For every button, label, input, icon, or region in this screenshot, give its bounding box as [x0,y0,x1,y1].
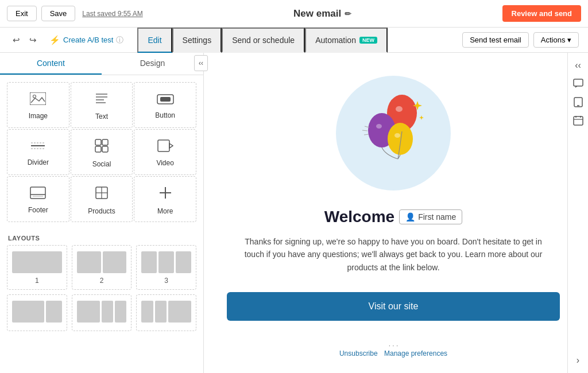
tab-settings[interactable]: Settings [172,28,222,53]
panel-tab-design[interactable]: Design [102,53,203,75]
last-saved-timestamp: Last saved 9:55 AM [82,10,142,18]
button-icon [157,93,174,108]
svg-line-32 [362,130,368,131]
svg-line-33 [364,134,369,135]
send-test-email-button[interactable]: Send test email [462,32,529,48]
social-icon [94,138,109,157]
footer-dots: · · · [389,341,399,349]
element-divider[interactable]: Divider [7,129,69,175]
layout-2-label: 2 [100,277,104,285]
layout-3-preview [141,251,191,273]
email-hero [204,53,567,202]
nav-tabs: Edit Settings Send or schedule Automatio… [137,28,462,53]
panel-tabs: Content Design [0,53,203,75]
element-footer[interactable]: Footer [7,176,69,222]
layout-3-col[interactable]: 3 [136,245,196,290]
social-label: Social [92,160,111,168]
divider-label: Divider [28,158,49,166]
element-text[interactable]: Text [71,82,133,128]
balloon-circle [336,76,451,191]
actions-button[interactable]: Actions ▾ [533,32,579,48]
collapse-panel-button[interactable]: ‹‹ [194,55,208,71]
layout-wide-narrow[interactable] [7,294,67,331]
products-label: Products [88,207,115,215]
element-more[interactable]: More [134,176,196,222]
ab-test-icon: ⚡ [49,35,60,45]
image-icon [30,92,46,108]
image-label: Image [29,112,48,120]
email-body-text: Thanks for signing up, we're so happy to… [204,226,567,283]
layout-narrow-wide[interactable] [136,294,196,331]
layout-3-label: 3 [164,277,168,285]
divider-icon [30,140,46,155]
welcome-heading: Welcome [324,208,394,226]
svg-rect-0 [30,92,46,105]
more-label: More [157,207,173,215]
email-footer: · · · Unsubscribe Manage preferences [204,335,567,364]
panel-tab-content[interactable]: Content [0,53,102,75]
svg-rect-17 [30,187,45,199]
left-panel: Content Design Image Text But [0,53,204,373]
tab-automation[interactable]: Automation NEW [305,28,388,53]
button-label: Button [155,111,175,119]
element-image[interactable]: Image [7,82,69,128]
layout-1-col[interactable]: 1 [7,245,67,290]
balloon-illustration [353,87,434,179]
video-icon [157,139,173,156]
element-video[interactable]: Video [134,129,196,175]
tab-edit[interactable]: Edit [137,28,172,53]
manage-preferences-link[interactable]: Manage preferences [384,349,447,358]
tab-send-or-schedule[interactable]: Send or schedule [222,28,305,53]
elements-grid: Image Text Button Divider [0,75,203,229]
layout-2-col[interactable]: 2 [72,245,132,290]
unsubscribe-link[interactable]: Unsubscribe [339,349,378,358]
exit-button[interactable]: Exit [7,6,37,21]
edit-title-icon[interactable]: ✏ [345,9,351,18]
layout-1-preview [12,251,62,273]
layout-wide-2narrow[interactable] [72,294,132,331]
svg-rect-37 [574,116,583,125]
email-preview-content: Welcome 👤 First name Thanks for signing … [204,53,567,373]
right-toolbar-expand-button[interactable]: › [570,352,586,368]
text-icon [94,92,109,109]
nav-bar: ↩ ↪ ⚡ Create A/B test ⓘ Edit Settings Se… [0,28,588,53]
element-social[interactable]: Social [71,129,133,175]
footer-icon [30,187,46,203]
svg-rect-7 [160,97,171,102]
footer-label: Footer [28,206,48,214]
right-toolbar-collapse-button[interactable]: ‹‹ [570,57,586,73]
svg-rect-13 [95,146,101,152]
svg-point-1 [33,95,36,98]
layout-wide-narrow-preview [12,301,62,323]
element-products[interactable]: Products [71,176,133,222]
element-button[interactable]: Button [134,82,196,128]
review-and-send-button[interactable]: Review and send [502,5,581,22]
top-bar: Exit Save Last saved 9:55 AM New email ✏… [0,0,588,28]
right-toolbar-calendar-icon[interactable] [570,112,586,129]
svg-rect-14 [102,146,108,152]
svg-rect-12 [102,139,108,145]
text-label: Text [95,112,108,121]
email-cta-section: Visit our site [227,292,560,321]
main-layout: Content Design Image Text But [0,53,588,373]
firstname-label: First name [418,212,456,222]
layout-1-label: 1 [35,277,39,285]
layouts-section-title: LAYOUTS [0,229,203,245]
svg-point-30 [394,133,400,138]
visit-site-button[interactable]: Visit our site [227,292,560,321]
automation-new-badge: NEW [359,37,377,44]
right-toolbar-device-icon[interactable] [570,94,586,110]
redo-button[interactable]: ↪ [26,33,40,48]
email-welcome-section: Welcome 👤 First name [204,202,567,226]
right-toolbar-chat-icon[interactable] [570,76,586,92]
svg-point-26 [396,106,403,112]
person-icon: 👤 [405,212,415,222]
svg-point-29 [388,123,413,155]
layouts-grid: 1 2 3 [0,245,203,338]
save-button[interactable]: Save [41,6,76,21]
undo-button[interactable]: ↩ [9,33,24,48]
firstname-personalization-badge[interactable]: 👤 First name [399,209,462,224]
ab-test-link[interactable]: ⚡ Create A/B test ⓘ [49,35,123,45]
undo-redo-group: ↩ ↪ [9,33,40,48]
svg-point-28 [376,124,382,129]
